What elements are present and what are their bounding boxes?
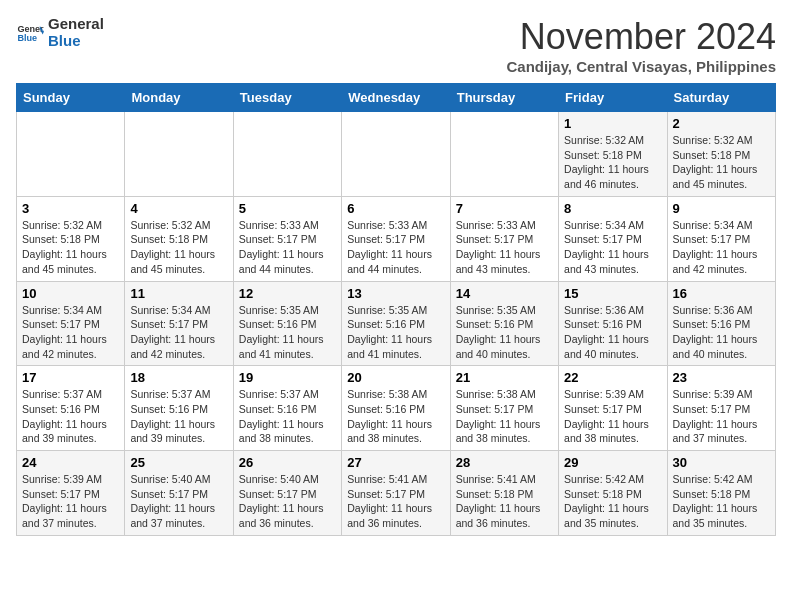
calendar-cell bbox=[450, 112, 558, 197]
day-number: 2 bbox=[673, 116, 770, 131]
weekday-header: Thursday bbox=[450, 84, 558, 112]
day-info: Sunrise: 5:37 AM Sunset: 5:16 PM Dayligh… bbox=[22, 387, 119, 446]
day-info: Sunrise: 5:36 AM Sunset: 5:16 PM Dayligh… bbox=[673, 303, 770, 362]
day-info: Sunrise: 5:35 AM Sunset: 5:16 PM Dayligh… bbox=[347, 303, 444, 362]
day-number: 3 bbox=[22, 201, 119, 216]
calendar-cell bbox=[125, 112, 233, 197]
calendar-cell: 28Sunrise: 5:41 AM Sunset: 5:18 PM Dayli… bbox=[450, 451, 558, 536]
day-info: Sunrise: 5:37 AM Sunset: 5:16 PM Dayligh… bbox=[239, 387, 336, 446]
calendar-header-row: SundayMondayTuesdayWednesdayThursdayFrid… bbox=[17, 84, 776, 112]
day-number: 24 bbox=[22, 455, 119, 470]
calendar-week-row: 10Sunrise: 5:34 AM Sunset: 5:17 PM Dayli… bbox=[17, 281, 776, 366]
calendar-week-row: 3Sunrise: 5:32 AM Sunset: 5:18 PM Daylig… bbox=[17, 196, 776, 281]
calendar-cell: 24Sunrise: 5:39 AM Sunset: 5:17 PM Dayli… bbox=[17, 451, 125, 536]
day-info: Sunrise: 5:37 AM Sunset: 5:16 PM Dayligh… bbox=[130, 387, 227, 446]
weekday-header: Friday bbox=[559, 84, 667, 112]
calendar-cell: 20Sunrise: 5:38 AM Sunset: 5:16 PM Dayli… bbox=[342, 366, 450, 451]
day-info: Sunrise: 5:33 AM Sunset: 5:17 PM Dayligh… bbox=[347, 218, 444, 277]
calendar-cell: 19Sunrise: 5:37 AM Sunset: 5:16 PM Dayli… bbox=[233, 366, 341, 451]
calendar-cell: 17Sunrise: 5:37 AM Sunset: 5:16 PM Dayli… bbox=[17, 366, 125, 451]
weekday-header: Sunday bbox=[17, 84, 125, 112]
calendar-cell: 11Sunrise: 5:34 AM Sunset: 5:17 PM Dayli… bbox=[125, 281, 233, 366]
calendar-cell: 22Sunrise: 5:39 AM Sunset: 5:17 PM Dayli… bbox=[559, 366, 667, 451]
day-info: Sunrise: 5:39 AM Sunset: 5:17 PM Dayligh… bbox=[22, 472, 119, 531]
weekday-header: Wednesday bbox=[342, 84, 450, 112]
calendar-cell: 4Sunrise: 5:32 AM Sunset: 5:18 PM Daylig… bbox=[125, 196, 233, 281]
day-number: 4 bbox=[130, 201, 227, 216]
day-number: 17 bbox=[22, 370, 119, 385]
day-number: 20 bbox=[347, 370, 444, 385]
day-info: Sunrise: 5:32 AM Sunset: 5:18 PM Dayligh… bbox=[22, 218, 119, 277]
day-number: 11 bbox=[130, 286, 227, 301]
calendar-cell: 27Sunrise: 5:41 AM Sunset: 5:17 PM Dayli… bbox=[342, 451, 450, 536]
title-block: November 2024 Candijay, Central Visayas,… bbox=[506, 16, 776, 75]
day-info: Sunrise: 5:35 AM Sunset: 5:16 PM Dayligh… bbox=[239, 303, 336, 362]
day-info: Sunrise: 5:41 AM Sunset: 5:17 PM Dayligh… bbox=[347, 472, 444, 531]
day-info: Sunrise: 5:34 AM Sunset: 5:17 PM Dayligh… bbox=[673, 218, 770, 277]
day-info: Sunrise: 5:40 AM Sunset: 5:17 PM Dayligh… bbox=[239, 472, 336, 531]
location: Candijay, Central Visayas, Philippines bbox=[506, 58, 776, 75]
day-number: 21 bbox=[456, 370, 553, 385]
logo-icon: General Blue bbox=[16, 19, 44, 47]
calendar-cell: 18Sunrise: 5:37 AM Sunset: 5:16 PM Dayli… bbox=[125, 366, 233, 451]
day-number: 1 bbox=[564, 116, 661, 131]
day-info: Sunrise: 5:36 AM Sunset: 5:16 PM Dayligh… bbox=[564, 303, 661, 362]
calendar-cell bbox=[17, 112, 125, 197]
day-number: 23 bbox=[673, 370, 770, 385]
day-info: Sunrise: 5:34 AM Sunset: 5:17 PM Dayligh… bbox=[130, 303, 227, 362]
calendar-cell: 12Sunrise: 5:35 AM Sunset: 5:16 PM Dayli… bbox=[233, 281, 341, 366]
calendar-cell: 9Sunrise: 5:34 AM Sunset: 5:17 PM Daylig… bbox=[667, 196, 775, 281]
calendar-cell bbox=[342, 112, 450, 197]
calendar-cell: 25Sunrise: 5:40 AM Sunset: 5:17 PM Dayli… bbox=[125, 451, 233, 536]
day-info: Sunrise: 5:33 AM Sunset: 5:17 PM Dayligh… bbox=[239, 218, 336, 277]
calendar-cell: 3Sunrise: 5:32 AM Sunset: 5:18 PM Daylig… bbox=[17, 196, 125, 281]
day-number: 10 bbox=[22, 286, 119, 301]
day-info: Sunrise: 5:34 AM Sunset: 5:17 PM Dayligh… bbox=[564, 218, 661, 277]
weekday-header: Monday bbox=[125, 84, 233, 112]
calendar-table: SundayMondayTuesdayWednesdayThursdayFrid… bbox=[16, 83, 776, 536]
month-title: November 2024 bbox=[506, 16, 776, 58]
calendar-week-row: 17Sunrise: 5:37 AM Sunset: 5:16 PM Dayli… bbox=[17, 366, 776, 451]
calendar-cell: 15Sunrise: 5:36 AM Sunset: 5:16 PM Dayli… bbox=[559, 281, 667, 366]
day-number: 25 bbox=[130, 455, 227, 470]
day-number: 9 bbox=[673, 201, 770, 216]
calendar-cell: 13Sunrise: 5:35 AM Sunset: 5:16 PM Dayli… bbox=[342, 281, 450, 366]
day-info: Sunrise: 5:42 AM Sunset: 5:18 PM Dayligh… bbox=[564, 472, 661, 531]
calendar-cell: 26Sunrise: 5:40 AM Sunset: 5:17 PM Dayli… bbox=[233, 451, 341, 536]
weekday-header: Saturday bbox=[667, 84, 775, 112]
calendar-cell: 10Sunrise: 5:34 AM Sunset: 5:17 PM Dayli… bbox=[17, 281, 125, 366]
day-number: 15 bbox=[564, 286, 661, 301]
page-header: General Blue General Blue November 2024 … bbox=[16, 16, 776, 75]
day-number: 29 bbox=[564, 455, 661, 470]
day-number: 27 bbox=[347, 455, 444, 470]
calendar-cell: 2Sunrise: 5:32 AM Sunset: 5:18 PM Daylig… bbox=[667, 112, 775, 197]
svg-text:Blue: Blue bbox=[17, 33, 37, 43]
day-number: 6 bbox=[347, 201, 444, 216]
day-number: 16 bbox=[673, 286, 770, 301]
logo-line2: Blue bbox=[48, 33, 104, 50]
logo: General Blue General Blue bbox=[16, 16, 104, 49]
calendar-cell: 21Sunrise: 5:38 AM Sunset: 5:17 PM Dayli… bbox=[450, 366, 558, 451]
calendar-cell: 1Sunrise: 5:32 AM Sunset: 5:18 PM Daylig… bbox=[559, 112, 667, 197]
day-info: Sunrise: 5:38 AM Sunset: 5:17 PM Dayligh… bbox=[456, 387, 553, 446]
calendar-week-row: 1Sunrise: 5:32 AM Sunset: 5:18 PM Daylig… bbox=[17, 112, 776, 197]
day-info: Sunrise: 5:40 AM Sunset: 5:17 PM Dayligh… bbox=[130, 472, 227, 531]
calendar-cell: 16Sunrise: 5:36 AM Sunset: 5:16 PM Dayli… bbox=[667, 281, 775, 366]
calendar-cell: 30Sunrise: 5:42 AM Sunset: 5:18 PM Dayli… bbox=[667, 451, 775, 536]
day-info: Sunrise: 5:41 AM Sunset: 5:18 PM Dayligh… bbox=[456, 472, 553, 531]
calendar-cell: 23Sunrise: 5:39 AM Sunset: 5:17 PM Dayli… bbox=[667, 366, 775, 451]
calendar-week-row: 24Sunrise: 5:39 AM Sunset: 5:17 PM Dayli… bbox=[17, 451, 776, 536]
day-info: Sunrise: 5:34 AM Sunset: 5:17 PM Dayligh… bbox=[22, 303, 119, 362]
day-number: 28 bbox=[456, 455, 553, 470]
calendar-cell: 29Sunrise: 5:42 AM Sunset: 5:18 PM Dayli… bbox=[559, 451, 667, 536]
day-number: 12 bbox=[239, 286, 336, 301]
calendar-cell: 7Sunrise: 5:33 AM Sunset: 5:17 PM Daylig… bbox=[450, 196, 558, 281]
day-info: Sunrise: 5:38 AM Sunset: 5:16 PM Dayligh… bbox=[347, 387, 444, 446]
day-number: 13 bbox=[347, 286, 444, 301]
day-info: Sunrise: 5:39 AM Sunset: 5:17 PM Dayligh… bbox=[564, 387, 661, 446]
day-number: 22 bbox=[564, 370, 661, 385]
day-info: Sunrise: 5:32 AM Sunset: 5:18 PM Dayligh… bbox=[564, 133, 661, 192]
day-number: 30 bbox=[673, 455, 770, 470]
day-info: Sunrise: 5:33 AM Sunset: 5:17 PM Dayligh… bbox=[456, 218, 553, 277]
day-info: Sunrise: 5:42 AM Sunset: 5:18 PM Dayligh… bbox=[673, 472, 770, 531]
